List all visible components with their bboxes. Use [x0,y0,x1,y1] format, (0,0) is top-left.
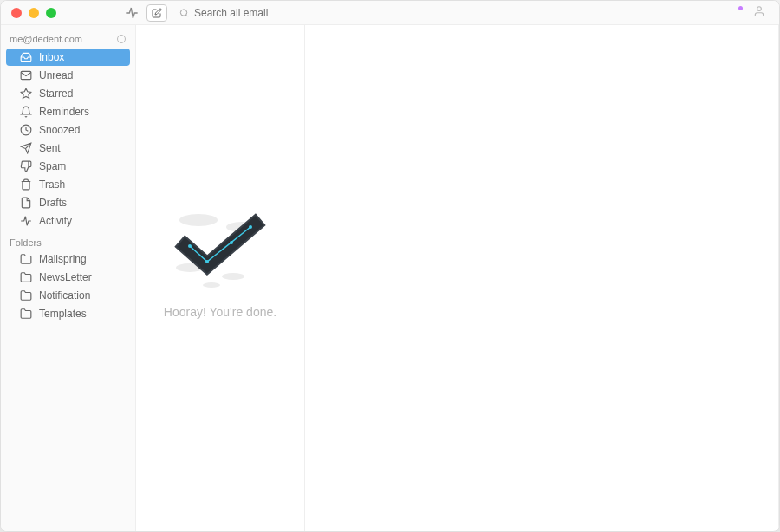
svg-marker-4 [21,88,31,98]
folder-icon [20,308,32,320]
folder-icon [20,289,32,302]
folder-item-label: NewsLetter [39,271,92,283]
bell-icon [20,106,32,118]
folder-item-notification[interactable]: Notification [6,287,130,304]
svg-point-15 [230,241,233,244]
folder-item-newsletter[interactable]: NewsLetter [6,269,130,286]
sidebar-item-activity[interactable]: Activity [6,212,130,230]
window-controls [11,8,56,18]
toolbar [124,4,731,22]
sidebar-item-inbox[interactable]: Inbox [6,49,130,66]
activity-icon[interactable] [124,5,140,21]
folders-list: MailspringNewsLetterNotificationTemplate… [1,250,135,322]
star-icon [20,88,32,100]
svg-point-11 [222,273,244,280]
svg-point-12 [203,282,220,288]
sidebar-item-starred[interactable]: Starred [6,85,130,102]
svg-point-13 [188,244,192,248]
folders-header: Folders [1,230,135,250]
sidebar-item-sent[interactable]: Sent [6,139,130,157]
svg-point-3 [118,36,126,43]
sidebar-item-label: Activity [39,215,72,227]
sidebar-item-spam[interactable]: Spam [6,158,130,175]
sidebar-item-label: Starred [39,88,73,100]
message-list-pane: Hooray! You're done. [136,25,305,531]
sidebar: me@dedenf.com InboxUnreadStarredReminder… [1,25,136,531]
search-icon [179,8,189,18]
file-icon [20,197,32,209]
minimize-window-button[interactable] [29,8,39,18]
send-icon [20,142,32,154]
search-input[interactable] [194,7,348,19]
notification-dot-icon [738,6,743,10]
sidebar-item-label: Sent [39,142,61,154]
sidebar-item-label: Snoozed [39,124,80,136]
folder-item-label: Templates [39,308,87,320]
empty-state: Hooray! You're done. [164,203,276,319]
account-email: me@dedenf.com [10,34,82,44]
sidebar-item-snoozed[interactable]: Snoozed [6,121,130,139]
svg-point-16 [249,225,252,229]
sidebar-item-label: Unread [39,69,73,81]
trash-icon [20,178,32,191]
sidebar-item-label: Inbox [39,51,64,63]
folder-item-label: Notification [39,289,90,302]
clock-icon [20,124,32,136]
sidebar-item-label: Spam [39,160,66,172]
sidebar-item-reminders[interactable]: Reminders [6,103,130,120]
inbox-icon [20,51,32,63]
svg-line-1 [186,15,188,16]
empty-state-illustration [164,203,276,289]
folder-icon [20,271,32,283]
compose-button[interactable] [146,4,167,22]
sidebar-item-unread[interactable]: Unread [6,67,130,84]
titlebar [1,1,779,25]
sidebar-item-trash[interactable]: Trash [6,176,130,193]
account-sync-icon [116,34,127,44]
sidebar-item-label: Drafts [39,197,67,209]
sidebar-item-label: Reminders [39,106,89,118]
account-header[interactable]: me@dedenf.com [1,30,135,48]
svg-point-8 [179,214,218,226]
folder-item-templates[interactable]: Templates [6,305,130,322]
nav-list: InboxUnreadStarredRemindersSnoozedSentSp… [1,49,135,230]
sidebar-item-drafts[interactable]: Drafts [6,194,130,211]
thumbdown-icon [20,160,32,172]
app-window: me@dedenf.com InboxUnreadStarredReminder… [0,0,780,532]
message-preview-pane [305,25,779,531]
search-field[interactable] [174,7,348,19]
empty-state-text: Hooray! You're done. [164,305,276,319]
svg-point-14 [205,260,209,263]
sidebar-item-label: Trash [39,178,65,191]
svg-point-2 [757,6,762,10]
folder-item-mailspring[interactable]: Mailspring [6,250,130,268]
close-window-button[interactable] [11,8,22,18]
account-button[interactable] [753,5,765,21]
svg-point-0 [180,9,186,15]
mail-icon [20,69,32,81]
folder-icon [20,253,32,265]
pulse-icon [20,215,32,227]
titlebar-right [738,5,765,21]
folder-item-label: Mailspring [39,253,87,265]
maximize-window-button[interactable] [46,8,56,18]
